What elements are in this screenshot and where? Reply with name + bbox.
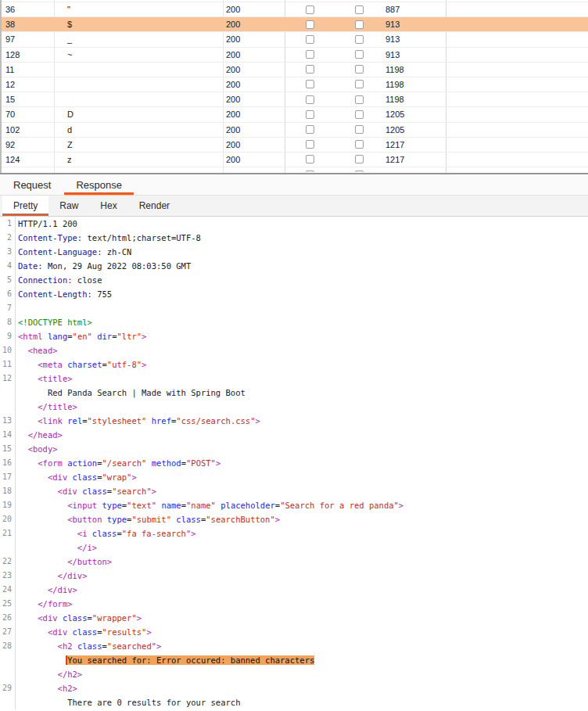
error-checkbox[interactable]	[306, 125, 314, 134]
error-checkbox[interactable]	[306, 50, 314, 59]
error-checkbox[interactable]	[306, 20, 314, 29]
tab-hex[interactable]: Hex	[89, 196, 127, 216]
code-line: 12 <title>	[0, 372, 588, 386]
payload-cell: Z	[67, 138, 73, 153]
table-row[interactable]: 102d2001205	[2, 122, 588, 137]
code-line: 10 <head>	[0, 343, 588, 357]
code-text: Date: Mon, 29 Aug 2022 08:03:50 GMT	[16, 259, 191, 273]
code-text: <button type="submit" class="searchButto…	[16, 512, 280, 526]
tab-pretty-label: Pretty	[13, 200, 38, 211]
timeout-checkbox[interactable]	[355, 65, 364, 74]
line-number: 14	[0, 428, 16, 442]
line-number: 22	[0, 555, 16, 569]
timeout-checkbox[interactable]	[355, 140, 364, 149]
timeout-checkbox[interactable]	[355, 80, 364, 88]
code-line: 4Date: Mon, 29 Aug 2022 08:03:50 GMT	[0, 259, 588, 273]
table-row[interactable]: 70D2001205	[2, 106, 588, 121]
table-row[interactable]: 152001198	[2, 92, 588, 106]
timeout-checkbox[interactable]	[355, 35, 364, 44]
table-row[interactable]: 92Z2001217	[2, 137, 588, 152]
table-row[interactable]: 38$200913	[2, 16, 588, 31]
code-line: 23 </div>	[0, 569, 588, 583]
line-number: 17	[0, 470, 16, 484]
timeout-checkbox[interactable]	[355, 171, 364, 173]
table-row[interactable]: 112001198	[2, 62, 588, 77]
request-number-cell: 11	[5, 63, 14, 77]
length-cell: 1217	[385, 153, 404, 167]
code-text: </div>	[16, 569, 88, 583]
status-cell: 200	[226, 63, 240, 77]
timeout-checkbox[interactable]	[355, 155, 364, 163]
payload-cell: d	[67, 123, 72, 138]
code-line: 7	[0, 301, 588, 315]
line-number: 2	[0, 231, 16, 245]
error-checkbox[interactable]	[306, 155, 314, 163]
timeout-checkbox[interactable]	[355, 20, 364, 29]
line-number: 15	[0, 442, 16, 456]
tab-response-label: Response	[76, 179, 122, 191]
line-number: 29	[0, 681, 16, 695]
code-line: 26 <div class="wrapper">	[0, 611, 588, 625]
payload-cell: _	[67, 32, 72, 47]
code-line: 29 <h2>	[0, 681, 588, 695]
code-text: HTTP/1.1 200	[16, 217, 77, 231]
error-checkbox[interactable]	[306, 95, 314, 104]
error-checkbox[interactable]	[306, 35, 314, 44]
code-text: <input type="text" name="name" placehold…	[16, 498, 403, 512]
code-text: <!DOCTYPE html>	[16, 315, 92, 329]
response-code[interactable]: 1HTTP/1.1 2002Content-Type: text/html;ch…	[0, 217, 588, 711]
table-row[interactable]: 128~200913	[2, 47, 588, 62]
code-text: </i>	[16, 540, 97, 555]
timeout-checkbox[interactable]	[355, 95, 364, 104]
code-line: 21 <i class="fa fa-search">	[0, 526, 588, 540]
error-checkbox[interactable]	[306, 65, 314, 74]
status-cell: 200	[226, 48, 240, 63]
code-line: 5Connection: close	[0, 273, 588, 287]
tab-request[interactable]: Request	[2, 174, 63, 195]
length-cell: 1217	[385, 138, 404, 153]
line-number: 21	[0, 526, 16, 540]
table-rows: 36"20088738$20091397_200913128~200913112…	[2, 2, 588, 172]
error-checkbox[interactable]	[306, 110, 314, 119]
length-cell: 913	[385, 32, 400, 47]
error-checkbox[interactable]	[306, 80, 314, 88]
table-row-partial[interactable]	[2, 167, 588, 172]
table-row[interactable]: 36"200887	[2, 2, 588, 16]
line-number: 25	[0, 597, 16, 611]
code-text: Content-Type: text/html;charset=UTF-8	[16, 231, 201, 245]
error-checkbox[interactable]	[306, 5, 314, 14]
timeout-checkbox[interactable]	[355, 5, 364, 14]
status-cell: 200	[226, 153, 240, 167]
code-text: <div class="wrapper">	[16, 611, 142, 625]
attack-results-table[interactable]: 36"20088738$20091397_200913128~200913112…	[0, 0, 588, 173]
timeout-checkbox[interactable]	[355, 125, 364, 134]
tab-response[interactable]: Response	[64, 174, 134, 195]
line-number: 27	[0, 625, 16, 639]
timeout-checkbox[interactable]	[355, 110, 364, 119]
status-cell: 200	[226, 32, 240, 47]
error-checkbox[interactable]	[306, 140, 314, 149]
code-line: </i>	[0, 540, 588, 555]
timeout-checkbox[interactable]	[355, 50, 364, 59]
table-row[interactable]: 124z2001217	[2, 152, 588, 167]
code-line: 19 <input type="text" name="name" placeh…	[0, 498, 588, 512]
error-checkbox[interactable]	[306, 171, 314, 173]
table-row[interactable]: 97_200913	[2, 31, 588, 46]
request-number-cell: 38	[5, 17, 15, 32]
code-text: <i class="fa fa-search">	[16, 526, 196, 540]
line-number	[0, 400, 16, 414]
code-line: 18 <div class="search">	[0, 484, 588, 498]
code-text: <head>	[16, 343, 58, 357]
line-number	[0, 540, 16, 555]
table-row[interactable]: 122001198	[2, 77, 588, 92]
code-text: </form>	[16, 597, 73, 611]
tab-render[interactable]: Render	[128, 196, 181, 216]
length-cell: 913	[385, 48, 400, 63]
tab-pretty[interactable]: Pretty	[2, 196, 48, 216]
code-line: 24 </div>	[0, 583, 588, 597]
highlighted-match: You searched for: Error occured: banned …	[67, 655, 314, 665]
length-cell: 1205	[385, 123, 404, 138]
line-number: 16	[0, 456, 16, 470]
request-number-cell: 92	[5, 138, 15, 153]
tab-raw[interactable]: Raw	[48, 196, 89, 216]
